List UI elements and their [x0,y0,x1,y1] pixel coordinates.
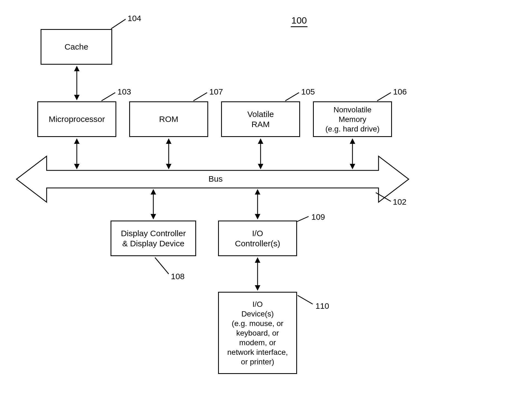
leader-103 [101,93,115,101]
block-ioctrl: I/O Controller(s) [218,221,297,256]
block-vram: Volatile RAM [221,101,300,137]
ref-vram: 105 [301,87,315,96]
block-cache-label: Cache [64,42,88,52]
leader-108 [155,258,169,274]
leader-105 [285,93,299,101]
leader-106 [377,93,391,101]
ref-display: 108 [171,272,185,281]
leader-107 [193,93,207,101]
block-microprocessor: Microprocessor [37,101,116,137]
block-microprocessor-label: Microprocessor [49,114,105,124]
block-cache: Cache [41,29,112,65]
block-vram-label: Volatile RAM [247,109,274,130]
block-rom-label: ROM [159,114,178,124]
ref-rom: 107 [209,87,223,96]
leader-104 [111,19,126,29]
ref-bus: 102 [393,197,407,207]
block-display-label: Display Controller & Display Device [121,228,186,249]
ref-iodev: 110 [315,301,329,311]
leader-102 [376,193,391,201]
ref-cache: 104 [128,14,141,23]
ref-microprocessor: 103 [117,87,131,96]
block-nvmem-label: Nonvolatile Memory (e.g. hard drive) [325,105,380,134]
block-iodev: I/O Device(s) (e.g. mouse, or keyboard, … [218,292,297,374]
block-rom: ROM [129,101,208,137]
block-iodev-label: I/O Device(s) (e.g. mouse, or keyboard, … [227,299,288,367]
diagram-stage: 100 Cache 104 Microprocessor 103 ROM 107… [0,0,508,420]
leader-110 [298,295,313,304]
block-ioctrl-label: I/O Controller(s) [235,228,280,249]
ref-nvmem: 106 [393,87,407,96]
bus-label: Bus [208,174,223,184]
block-nvmem: Nonvolatile Memory (e.g. hard drive) [313,101,392,137]
block-display: Display Controller & Display Device [111,221,196,256]
leader-109 [296,216,309,222]
ref-ioctrl: 109 [311,212,325,222]
figure-number: 100 [291,15,307,27]
